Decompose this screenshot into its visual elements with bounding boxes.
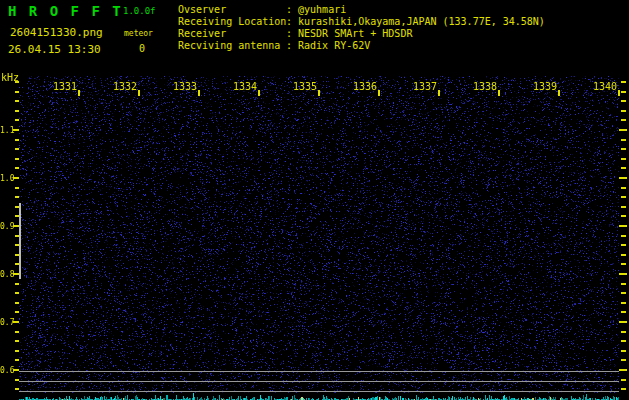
meteor-counter-label: meteor <box>124 29 153 38</box>
freq-major-tick-right <box>619 369 627 371</box>
freq-minor-tick-right <box>621 283 626 285</box>
freq-minor-tick-right <box>621 81 626 83</box>
reference-line-1 <box>19 371 619 372</box>
freq-minor-tick-right <box>621 331 626 333</box>
hrofft-output-screen: H R O F F T 1.0.0f 2604151330.png meteor… <box>0 0 629 400</box>
info-label: Receiving Location <box>178 16 286 28</box>
freq-minor-tick-right <box>621 292 626 294</box>
freq-minor-tick-right <box>621 100 626 102</box>
info-value: : kurashiki,Okayama,JAPAN (133.77E, 34.5… <box>286 16 545 27</box>
freq-minor-tick-right <box>621 388 626 390</box>
info-value: : NESDR SMArt + HDSDR <box>286 28 412 39</box>
counting-band-marker <box>19 203 21 279</box>
freq-tick-label: 0.8 <box>0 270 14 279</box>
info-value: : @yuhmari <box>286 4 346 15</box>
reference-line-2 <box>19 381 619 382</box>
freq-minor-tick-right <box>621 110 626 112</box>
freq-minor-tick-right <box>621 254 626 256</box>
freq-minor-tick-right <box>621 139 626 141</box>
freq-minor-tick-right <box>621 206 626 208</box>
freq-major-tick-right <box>619 273 627 275</box>
freq-minor-tick-right <box>621 359 626 361</box>
freq-minor-tick-right <box>621 187 626 189</box>
observation-datetime: 26.04.15 13:30 <box>8 43 101 56</box>
app-version: 1.0.0f <box>123 6 156 16</box>
reference-line-3 <box>19 391 619 392</box>
freq-minor-tick-right <box>621 263 626 265</box>
observer-info-block: Ovserver: @yuhmariReceiving Location: ku… <box>178 4 545 52</box>
freq-minor-tick-right <box>621 244 626 246</box>
freq-minor-tick-right <box>621 196 626 198</box>
info-row-2: Receiver: NESDR SMArt + HDSDR <box>178 28 545 40</box>
freq-minor-tick-right <box>621 302 626 304</box>
info-row-3: Recviving antenna: Radix RY-62V <box>178 40 545 52</box>
info-value: : Radix RY-62V <box>286 40 370 51</box>
freq-major-tick-right <box>619 225 627 227</box>
freq-tick-label: 0.7 <box>0 318 14 327</box>
freq-tick-label: 0.6 <box>0 366 14 375</box>
spectrogram-canvas <box>19 76 619 400</box>
freq-major-tick-right <box>619 321 627 323</box>
freq-minor-tick-right <box>621 91 626 93</box>
info-label: Recviving antenna <box>178 40 286 52</box>
output-filename: 2604151330.png <box>10 26 103 39</box>
freq-minor-tick-right <box>621 167 626 169</box>
freq-minor-tick-right <box>621 379 626 381</box>
app-title: H R O F F T <box>8 3 123 19</box>
freq-tick-label: 1.0 <box>0 174 14 183</box>
freq-minor-tick-right <box>621 311 626 313</box>
freq-minor-tick-right <box>621 340 626 342</box>
freq-major-tick-right <box>619 129 627 131</box>
freq-minor-tick-right <box>621 235 626 237</box>
freq-minor-tick-right <box>621 158 626 160</box>
freq-minor-tick-right <box>621 215 626 217</box>
freq-tick-label: 0.9 <box>0 222 14 231</box>
meteor-counter-value: 0 <box>139 43 145 54</box>
info-row-1: Receiving Location: kurashiki,Okayama,JA… <box>178 16 545 28</box>
freq-minor-tick-right <box>621 350 626 352</box>
freq-minor-tick-right <box>621 148 626 150</box>
freq-major-tick-right <box>619 177 627 179</box>
info-label: Ovserver <box>178 4 286 16</box>
info-label: Receiver <box>178 28 286 40</box>
freq-minor-tick-right <box>621 119 626 121</box>
info-row-0: Ovserver: @yuhmari <box>178 4 545 16</box>
freq-tick-label: 1.1 <box>0 126 14 135</box>
frequency-unit-label: kHz <box>1 72 19 83</box>
